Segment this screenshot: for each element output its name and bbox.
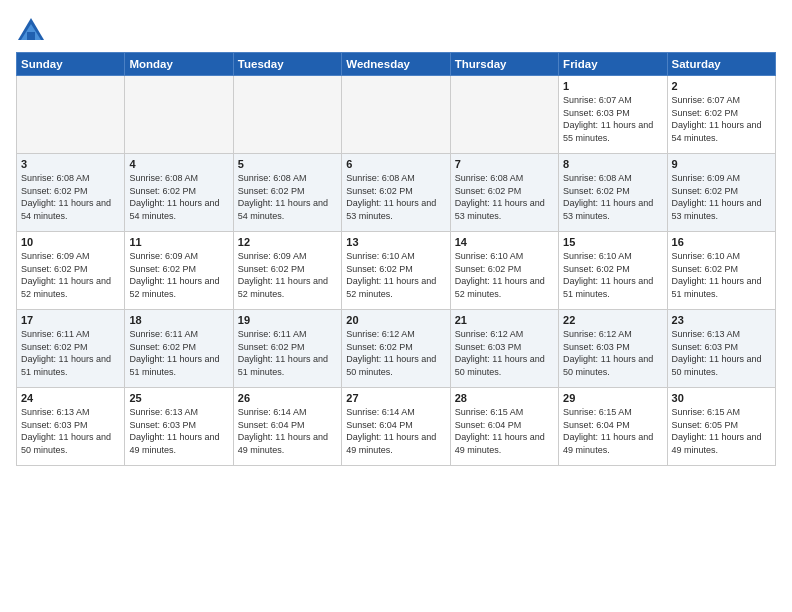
day-header-sunday: Sunday xyxy=(17,53,125,76)
day-number: 24 xyxy=(21,392,120,404)
day-number: 7 xyxy=(455,158,554,170)
day-info: Sunrise: 6:08 AMSunset: 6:02 PMDaylight:… xyxy=(455,172,554,222)
calendar-day: 22Sunrise: 6:12 AMSunset: 6:03 PMDayligh… xyxy=(559,310,667,388)
calendar-week-row: 10Sunrise: 6:09 AMSunset: 6:02 PMDayligh… xyxy=(17,232,776,310)
day-info: Sunrise: 6:11 AMSunset: 6:02 PMDaylight:… xyxy=(129,328,228,378)
calendar-day: 27Sunrise: 6:14 AMSunset: 6:04 PMDayligh… xyxy=(342,388,450,466)
calendar: SundayMondayTuesdayWednesdayThursdayFrid… xyxy=(16,52,776,466)
day-info: Sunrise: 6:12 AMSunset: 6:03 PMDaylight:… xyxy=(563,328,662,378)
day-info: Sunrise: 6:07 AMSunset: 6:03 PMDaylight:… xyxy=(563,94,662,144)
day-number: 11 xyxy=(129,236,228,248)
calendar-day xyxy=(125,76,233,154)
calendar-day: 19Sunrise: 6:11 AMSunset: 6:02 PMDayligh… xyxy=(233,310,341,388)
calendar-day: 21Sunrise: 6:12 AMSunset: 6:03 PMDayligh… xyxy=(450,310,558,388)
day-number: 22 xyxy=(563,314,662,326)
day-header-thursday: Thursday xyxy=(450,53,558,76)
calendar-day: 23Sunrise: 6:13 AMSunset: 6:03 PMDayligh… xyxy=(667,310,775,388)
calendar-day xyxy=(450,76,558,154)
calendar-day: 20Sunrise: 6:12 AMSunset: 6:02 PMDayligh… xyxy=(342,310,450,388)
calendar-day xyxy=(17,76,125,154)
day-info: Sunrise: 6:09 AMSunset: 6:02 PMDaylight:… xyxy=(129,250,228,300)
day-info: Sunrise: 6:10 AMSunset: 6:02 PMDaylight:… xyxy=(455,250,554,300)
day-number: 16 xyxy=(672,236,771,248)
calendar-day: 6Sunrise: 6:08 AMSunset: 6:02 PMDaylight… xyxy=(342,154,450,232)
calendar-day: 10Sunrise: 6:09 AMSunset: 6:02 PMDayligh… xyxy=(17,232,125,310)
calendar-day: 1Sunrise: 6:07 AMSunset: 6:03 PMDaylight… xyxy=(559,76,667,154)
day-info: Sunrise: 6:09 AMSunset: 6:02 PMDaylight:… xyxy=(238,250,337,300)
calendar-day: 5Sunrise: 6:08 AMSunset: 6:02 PMDaylight… xyxy=(233,154,341,232)
day-number: 3 xyxy=(21,158,120,170)
day-info: Sunrise: 6:09 AMSunset: 6:02 PMDaylight:… xyxy=(21,250,120,300)
svg-rect-2 xyxy=(27,32,35,40)
calendar-day: 14Sunrise: 6:10 AMSunset: 6:02 PMDayligh… xyxy=(450,232,558,310)
day-number: 15 xyxy=(563,236,662,248)
day-number: 12 xyxy=(238,236,337,248)
day-info: Sunrise: 6:09 AMSunset: 6:02 PMDaylight:… xyxy=(672,172,771,222)
day-number: 13 xyxy=(346,236,445,248)
calendar-day: 17Sunrise: 6:11 AMSunset: 6:02 PMDayligh… xyxy=(17,310,125,388)
calendar-week-row: 17Sunrise: 6:11 AMSunset: 6:02 PMDayligh… xyxy=(17,310,776,388)
day-number: 9 xyxy=(672,158,771,170)
day-header-monday: Monday xyxy=(125,53,233,76)
day-header-saturday: Saturday xyxy=(667,53,775,76)
day-number: 6 xyxy=(346,158,445,170)
calendar-day: 12Sunrise: 6:09 AMSunset: 6:02 PMDayligh… xyxy=(233,232,341,310)
calendar-day: 3Sunrise: 6:08 AMSunset: 6:02 PMDaylight… xyxy=(17,154,125,232)
calendar-day: 4Sunrise: 6:08 AMSunset: 6:02 PMDaylight… xyxy=(125,154,233,232)
calendar-day: 28Sunrise: 6:15 AMSunset: 6:04 PMDayligh… xyxy=(450,388,558,466)
page: SundayMondayTuesdayWednesdayThursdayFrid… xyxy=(0,0,792,612)
day-header-tuesday: Tuesday xyxy=(233,53,341,76)
day-info: Sunrise: 6:11 AMSunset: 6:02 PMDaylight:… xyxy=(238,328,337,378)
day-info: Sunrise: 6:08 AMSunset: 6:02 PMDaylight:… xyxy=(238,172,337,222)
calendar-day: 7Sunrise: 6:08 AMSunset: 6:02 PMDaylight… xyxy=(450,154,558,232)
day-number: 28 xyxy=(455,392,554,404)
day-number: 30 xyxy=(672,392,771,404)
calendar-week-row: 1Sunrise: 6:07 AMSunset: 6:03 PMDaylight… xyxy=(17,76,776,154)
calendar-day: 18Sunrise: 6:11 AMSunset: 6:02 PMDayligh… xyxy=(125,310,233,388)
day-info: Sunrise: 6:07 AMSunset: 6:02 PMDaylight:… xyxy=(672,94,771,144)
day-info: Sunrise: 6:15 AMSunset: 6:04 PMDaylight:… xyxy=(455,406,554,456)
logo xyxy=(16,16,49,46)
calendar-day: 8Sunrise: 6:08 AMSunset: 6:02 PMDaylight… xyxy=(559,154,667,232)
calendar-day: 24Sunrise: 6:13 AMSunset: 6:03 PMDayligh… xyxy=(17,388,125,466)
day-number: 21 xyxy=(455,314,554,326)
calendar-day: 16Sunrise: 6:10 AMSunset: 6:02 PMDayligh… xyxy=(667,232,775,310)
day-info: Sunrise: 6:11 AMSunset: 6:02 PMDaylight:… xyxy=(21,328,120,378)
day-info: Sunrise: 6:08 AMSunset: 6:02 PMDaylight:… xyxy=(21,172,120,222)
day-info: Sunrise: 6:10 AMSunset: 6:02 PMDaylight:… xyxy=(672,250,771,300)
day-info: Sunrise: 6:12 AMSunset: 6:03 PMDaylight:… xyxy=(455,328,554,378)
day-info: Sunrise: 6:14 AMSunset: 6:04 PMDaylight:… xyxy=(346,406,445,456)
day-info: Sunrise: 6:12 AMSunset: 6:02 PMDaylight:… xyxy=(346,328,445,378)
day-number: 26 xyxy=(238,392,337,404)
day-number: 25 xyxy=(129,392,228,404)
day-number: 4 xyxy=(129,158,228,170)
day-number: 17 xyxy=(21,314,120,326)
calendar-day xyxy=(233,76,341,154)
day-number: 1 xyxy=(563,80,662,92)
day-info: Sunrise: 6:13 AMSunset: 6:03 PMDaylight:… xyxy=(21,406,120,456)
calendar-day: 30Sunrise: 6:15 AMSunset: 6:05 PMDayligh… xyxy=(667,388,775,466)
day-info: Sunrise: 6:15 AMSunset: 6:05 PMDaylight:… xyxy=(672,406,771,456)
calendar-week-row: 3Sunrise: 6:08 AMSunset: 6:02 PMDaylight… xyxy=(17,154,776,232)
logo-icon xyxy=(16,16,46,46)
day-number: 14 xyxy=(455,236,554,248)
calendar-day: 11Sunrise: 6:09 AMSunset: 6:02 PMDayligh… xyxy=(125,232,233,310)
calendar-day: 13Sunrise: 6:10 AMSunset: 6:02 PMDayligh… xyxy=(342,232,450,310)
day-number: 8 xyxy=(563,158,662,170)
day-info: Sunrise: 6:10 AMSunset: 6:02 PMDaylight:… xyxy=(346,250,445,300)
day-header-wednesday: Wednesday xyxy=(342,53,450,76)
day-info: Sunrise: 6:08 AMSunset: 6:02 PMDaylight:… xyxy=(346,172,445,222)
calendar-day: 9Sunrise: 6:09 AMSunset: 6:02 PMDaylight… xyxy=(667,154,775,232)
day-info: Sunrise: 6:13 AMSunset: 6:03 PMDaylight:… xyxy=(129,406,228,456)
calendar-header-row: SundayMondayTuesdayWednesdayThursdayFrid… xyxy=(17,53,776,76)
day-info: Sunrise: 6:15 AMSunset: 6:04 PMDaylight:… xyxy=(563,406,662,456)
calendar-week-row: 24Sunrise: 6:13 AMSunset: 6:03 PMDayligh… xyxy=(17,388,776,466)
day-number: 18 xyxy=(129,314,228,326)
day-info: Sunrise: 6:10 AMSunset: 6:02 PMDaylight:… xyxy=(563,250,662,300)
day-info: Sunrise: 6:08 AMSunset: 6:02 PMDaylight:… xyxy=(563,172,662,222)
day-header-friday: Friday xyxy=(559,53,667,76)
day-info: Sunrise: 6:08 AMSunset: 6:02 PMDaylight:… xyxy=(129,172,228,222)
calendar-day: 25Sunrise: 6:13 AMSunset: 6:03 PMDayligh… xyxy=(125,388,233,466)
day-number: 10 xyxy=(21,236,120,248)
day-info: Sunrise: 6:13 AMSunset: 6:03 PMDaylight:… xyxy=(672,328,771,378)
